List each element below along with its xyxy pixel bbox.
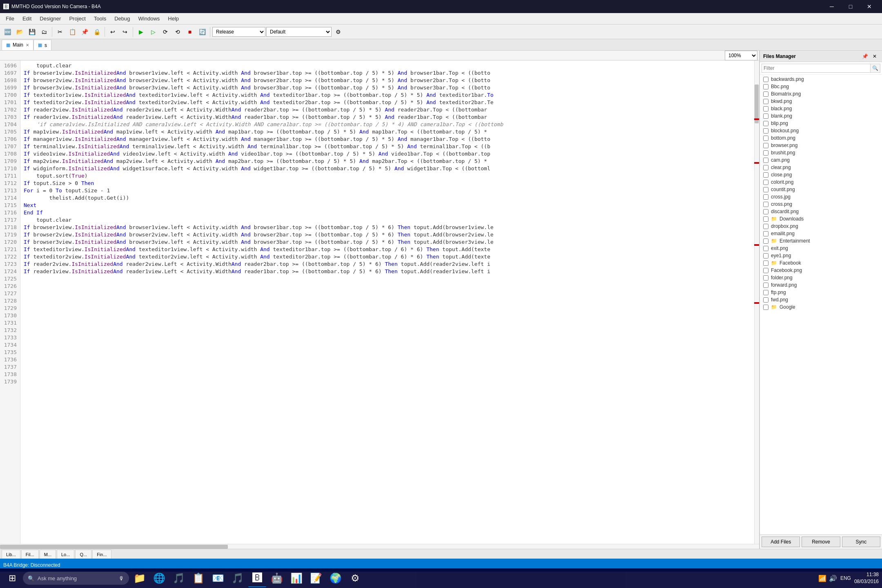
list-item[interactable]: Biomatrix.png bbox=[760, 90, 882, 98]
close-button[interactable]: ✕ bbox=[860, 0, 879, 13]
toolbar-new-btn[interactable]: 🆕 bbox=[2, 26, 13, 38]
list-item[interactable]: Facebook.png bbox=[760, 267, 882, 274]
panel-tab-m[interactable]: M... bbox=[40, 550, 56, 559]
code-content[interactable]: toput.clear If browser1view.IsInitialize… bbox=[20, 60, 754, 544]
list-item[interactable]: exit.png bbox=[760, 245, 882, 252]
taskbar-word[interactable]: 📝 bbox=[307, 569, 325, 587]
list-item[interactable]: 📁Facebook bbox=[760, 259, 882, 267]
panel-tab-fil[interactable]: Fil... bbox=[21, 550, 39, 559]
list-item[interactable]: close.png bbox=[760, 171, 882, 178]
tab-main[interactable]: ▦ Main ✕ bbox=[2, 40, 33, 50]
toolbar-cut-btn[interactable]: ✂ bbox=[54, 26, 66, 38]
vertical-scrollbar[interactable] bbox=[754, 60, 759, 544]
sync-button[interactable]: Sync bbox=[842, 537, 880, 547]
taskbar-excel[interactable]: 📊 bbox=[287, 569, 305, 587]
list-item[interactable]: blip.png bbox=[760, 120, 882, 127]
taskbar-spotify[interactable]: 🎵 bbox=[229, 569, 247, 587]
toolbar-save-btn[interactable]: 💾 bbox=[26, 26, 38, 38]
build-config-combo[interactable]: Release Debug bbox=[212, 27, 265, 37]
list-item[interactable]: colorit.png bbox=[760, 178, 882, 186]
list-item[interactable]: cross.png bbox=[760, 200, 882, 208]
menu-debug[interactable]: Debug bbox=[110, 14, 134, 23]
taskbar-task[interactable]: 📋 bbox=[189, 569, 207, 587]
list-item[interactable]: backwards.png bbox=[760, 76, 882, 83]
list-item[interactable]: Bbc.png bbox=[760, 83, 882, 90]
files-manager-close-btn[interactable]: ✕ bbox=[871, 52, 879, 60]
search-input[interactable] bbox=[38, 575, 116, 581]
search-bar[interactable]: 🔍 🎙 bbox=[23, 572, 129, 585]
panel-tab-lib[interactable]: Lib... bbox=[2, 550, 20, 559]
toolbar-undo-btn[interactable]: ↩ bbox=[107, 26, 118, 38]
menu-windows[interactable]: Windows bbox=[134, 14, 164, 23]
remove-button[interactable]: Remove bbox=[802, 537, 840, 547]
list-item[interactable]: ftp.png bbox=[760, 289, 882, 296]
taskbar-mail[interactable]: 📧 bbox=[209, 569, 227, 587]
scrollbar-thumb[interactable] bbox=[755, 85, 759, 123]
device-combo[interactable]: Default bbox=[266, 27, 332, 37]
toolbar-save-all-btn[interactable]: 🗂 bbox=[38, 26, 50, 38]
menu-tools[interactable]: Tools bbox=[90, 14, 110, 23]
filter-input[interactable] bbox=[762, 64, 871, 73]
list-item[interactable]: brushit.png bbox=[760, 149, 882, 156]
toolbar-play2-btn[interactable]: ▷ bbox=[147, 26, 159, 38]
list-item[interactable]: discardit.png bbox=[760, 208, 882, 215]
list-item[interactable]: folder.png bbox=[760, 274, 882, 281]
toolbar-refresh-btn[interactable]: 🔄 bbox=[196, 26, 208, 38]
list-item[interactable]: emailit.png bbox=[760, 230, 882, 237]
list-item[interactable]: 📁Downloads bbox=[760, 215, 882, 223]
toolbar-extra-btn[interactable]: ⚙ bbox=[332, 26, 344, 38]
menu-project[interactable]: Project bbox=[65, 14, 89, 23]
taskbar-chrome[interactable]: 🌍 bbox=[327, 569, 345, 587]
toolbar-redo-btn[interactable]: ↪ bbox=[119, 26, 131, 38]
taskbar-settings[interactable]: ⚙ bbox=[346, 569, 364, 587]
zoom-combo[interactable]: 100% 75% 125% bbox=[725, 51, 757, 60]
tab-main-close[interactable]: ✕ bbox=[26, 43, 29, 47]
list-item[interactable]: cross.jpg bbox=[760, 193, 882, 200]
menu-file[interactable]: File bbox=[2, 14, 18, 23]
menu-help[interactable]: Help bbox=[164, 14, 183, 23]
toolbar-paste-btn[interactable]: 📌 bbox=[79, 26, 90, 38]
list-item[interactable]: countit.png bbox=[760, 186, 882, 193]
taskbar-media[interactable]: 🎵 bbox=[170, 569, 188, 587]
toolbar-open-btn[interactable]: 📂 bbox=[14, 26, 25, 38]
toolbar-run-btn[interactable]: ▶ bbox=[135, 26, 147, 38]
menu-designer[interactable]: Designer bbox=[36, 14, 65, 23]
panel-tab-lo[interactable]: Lo... bbox=[57, 550, 74, 559]
list-item[interactable]: cam.png bbox=[760, 156, 882, 164]
list-item[interactable]: 📁Entertainment bbox=[760, 237, 882, 245]
menu-edit[interactable]: Edit bbox=[18, 14, 36, 23]
editor-content[interactable]: 1696169716981699170017011702170317041705… bbox=[0, 60, 759, 544]
toolbar-stop-btn[interactable]: ■ bbox=[184, 26, 196, 38]
list-item[interactable]: blockout.png bbox=[760, 127, 882, 134]
panel-tab-q[interactable]: Q... bbox=[75, 550, 91, 559]
list-item[interactable]: forward.png bbox=[760, 281, 882, 289]
files-manager-pin-btn[interactable]: 📌 bbox=[861, 52, 869, 60]
list-item[interactable]: dropbox.png bbox=[760, 223, 882, 230]
add-files-button[interactable]: Add Files bbox=[762, 537, 800, 547]
toolbar-step2-btn[interactable]: ⟲ bbox=[172, 26, 183, 38]
filter-search-button[interactable]: 🔍 bbox=[871, 64, 880, 73]
taskbar-explorer[interactable]: 📁 bbox=[131, 569, 149, 587]
taskbar-edge[interactable]: 🌐 bbox=[150, 569, 168, 587]
start-button[interactable]: ⊞ bbox=[3, 569, 21, 587]
tab-s[interactable]: ▦ s bbox=[33, 40, 51, 50]
toolbar-step-btn[interactable]: ⟳ bbox=[160, 26, 171, 38]
minimize-button[interactable]: ─ bbox=[822, 0, 841, 13]
horizontal-scrollbar[interactable] bbox=[0, 544, 759, 549]
taskbar-android[interactable]: 🤖 bbox=[268, 569, 286, 587]
toolbar-copy-btn[interactable]: 📋 bbox=[67, 26, 78, 38]
panel-tab-fin[interactable]: Fin... bbox=[92, 550, 111, 559]
list-item[interactable]: fwd.png bbox=[760, 296, 882, 303]
list-item[interactable]: bottom.png bbox=[760, 134, 882, 142]
toolbar-lock-btn[interactable]: 🔒 bbox=[91, 26, 102, 38]
list-item[interactable]: clear.png bbox=[760, 164, 882, 171]
list-item[interactable]: black.png bbox=[760, 105, 882, 112]
maximize-button[interactable]: □ bbox=[841, 0, 860, 13]
list-item[interactable]: bkwd.png bbox=[760, 98, 882, 105]
list-item[interactable]: blank.png bbox=[760, 112, 882, 120]
list-item[interactable]: browser.png bbox=[760, 142, 882, 149]
list-item[interactable]: eye1.png bbox=[760, 252, 882, 259]
h-scrollbar-thumb[interactable] bbox=[0, 545, 228, 549]
taskbar-b4a[interactable]: 🅱 bbox=[248, 569, 266, 587]
list-item[interactable]: 📁Google bbox=[760, 303, 882, 311]
